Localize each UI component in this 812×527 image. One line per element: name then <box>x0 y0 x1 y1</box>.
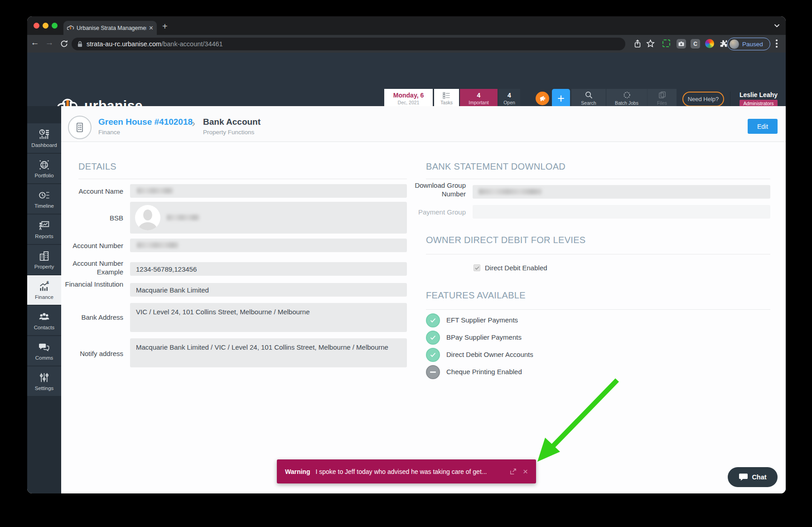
user-role-badge: Administrators <box>740 100 777 107</box>
feature-label: Cheque Printing Enabled <box>446 368 522 376</box>
direct-debit-heading: OWNER DIRECT DEBIT FOR LEVIES <box>426 235 585 245</box>
payment-group-label: Payment Group <box>399 208 466 217</box>
url-path: /bank-account/34461 <box>161 40 222 48</box>
chat-button[interactable]: Chat <box>728 467 778 487</box>
toast-close-icon[interactable]: × <box>523 467 528 477</box>
financial-institution-label: Financial Institution <box>50 280 123 289</box>
profile-paused-button[interactable]: Paused <box>727 38 770 50</box>
feature-enabled-icon <box>426 331 440 345</box>
bsb-label: BSB <box>50 214 123 223</box>
sidebar-label: Reports <box>35 234 53 239</box>
browser-tab-title: Urbanise Strata Management <box>77 25 146 31</box>
features-heading: FEATURES AVAILABLE <box>426 290 526 301</box>
important-counter[interactable]: 4 Important <box>460 89 498 108</box>
property-avatar <box>68 116 92 139</box>
section-divider <box>426 179 770 179</box>
sidebar-item-portfolio[interactable]: Portfolio <box>27 154 61 183</box>
open-count: 4 <box>508 92 511 99</box>
section-divider <box>426 309 770 310</box>
bank-address-value: VIC / Level 24, 101 Collins Street, Melb… <box>136 308 310 316</box>
bookmark-star-icon[interactable] <box>646 39 655 49</box>
colorful-extension-icon[interactable] <box>705 39 714 48</box>
breadcrumb-property-link[interactable]: Green House #4102018 <box>98 117 193 127</box>
batch-jobs-label: Batch Jobs <box>615 100 638 106</box>
search-icon <box>585 91 593 99</box>
toast-expand-button[interactable] <box>510 468 517 475</box>
address-bar[interactable]: strata-au-rc.urbanise.com/bank-account/3… <box>72 38 625 50</box>
download-group-redacted-value <box>478 189 542 195</box>
section-divider <box>426 254 770 254</box>
add-new-button[interactable]: + <box>552 89 570 108</box>
announcements-button[interactable] <box>536 92 549 105</box>
sidebar-item-settings[interactable]: Settings <box>27 366 61 396</box>
finance-chart-icon: $ <box>38 280 50 293</box>
comms-chat-icon <box>38 341 50 353</box>
browser-menu-button[interactable] <box>776 39 778 49</box>
files-icon <box>658 91 666 99</box>
batch-jobs-button[interactable]: Batch Jobs <box>606 89 647 108</box>
screen-select-extension-icon[interactable] <box>662 39 670 47</box>
extensions-puzzle-icon[interactable] <box>719 39 728 48</box>
timeline-clock-icon <box>38 189 50 201</box>
download-group-label: Download Group Number <box>399 181 466 199</box>
browser-window: Urbanise Strata Management × + ← → strat… <box>27 16 786 493</box>
browser-titlebar: Urbanise Strata Management × + <box>27 16 786 35</box>
need-help-button[interactable]: Need Help? <box>682 92 724 107</box>
payment-group-field[interactable] <box>473 205 770 219</box>
page-title-block: Bank Account Property Functions <box>203 117 261 136</box>
bank-address-label: Bank Address <box>50 313 123 322</box>
search-label: Search <box>581 100 596 106</box>
tasks-widget[interactable]: Tasks <box>434 89 459 108</box>
feature-label: Direct Debit Owner Accounts <box>446 351 533 358</box>
direct-debit-checkbox[interactable] <box>474 264 480 271</box>
chat-button-label: Chat <box>752 473 766 481</box>
bank-address-field[interactable]: VIC / Level 24, 101 Collins Street, Melb… <box>130 303 407 332</box>
tab-search-chevron-icon[interactable] <box>774 24 780 28</box>
browser-tab[interactable]: Urbanise Strata Management × <box>63 21 157 35</box>
minimize-window-button[interactable] <box>43 23 48 29</box>
sidebar: Dashboard Portfolio Timeline Reports Pro… <box>27 106 61 493</box>
account-number-label: Account Number <box>50 242 123 250</box>
open-counter[interactable]: 4 Open <box>498 89 520 108</box>
sidebar-item-dashboard[interactable]: Dashboard <box>27 123 61 153</box>
sidebar-item-finance[interactable]: $ Finance <box>27 275 61 305</box>
feature-enabled-icon <box>426 313 440 327</box>
new-tab-button[interactable]: + <box>162 22 168 31</box>
svg-text:$: $ <box>47 280 49 285</box>
close-window-button[interactable] <box>34 23 39 29</box>
header-tools: Search Batch Jobs Files <box>571 89 677 108</box>
feature-disabled-icon <box>426 365 440 379</box>
close-tab-icon[interactable]: × <box>149 24 153 32</box>
files-button[interactable]: Files <box>647 89 677 108</box>
building-icon <box>74 122 86 133</box>
warning-toast[interactable]: Warning I spoke to Jeff today who advise… <box>277 459 536 483</box>
sidebar-label: Finance <box>35 294 53 300</box>
back-button[interactable]: ← <box>29 38 41 48</box>
maximize-window-button[interactable] <box>52 23 58 29</box>
breadcrumb-property-sub: Finance <box>98 129 193 136</box>
reload-button[interactable] <box>60 39 68 48</box>
account-number-example-field[interactable]: 1234-56789,123456 <box>130 262 407 276</box>
c-extension-icon[interactable]: C <box>691 39 700 49</box>
dashboard-icon <box>38 128 50 141</box>
camera-extension-icon[interactable] <box>677 39 686 49</box>
edit-button[interactable]: Edit <box>748 119 778 134</box>
financial-institution-field[interactable]: Macquarie Bank Limited <box>130 283 407 297</box>
notify-address-field[interactable]: Macquarie Bank Limited / VIC / Level 24,… <box>130 338 407 367</box>
open-label: Open <box>503 100 515 105</box>
date-line2: Dec, 2021 <box>398 100 420 105</box>
feature-label: EFT Supplier Payments <box>446 316 518 324</box>
share-icon[interactable] <box>633 39 642 49</box>
user-block[interactable]: Leslie Leahy Administrators <box>733 91 784 107</box>
reports-presentation-icon <box>38 220 50 232</box>
sidebar-label: Contacts <box>34 325 54 330</box>
lock-icon[interactable] <box>77 41 83 48</box>
page-subtitle: Property Functions <box>203 129 261 136</box>
forward-button[interactable]: → <box>44 38 55 48</box>
date-widget[interactable]: Monday, 6 Dec, 2021 <box>384 89 433 108</box>
toast-title: Warning <box>285 468 310 475</box>
bank-avatar <box>135 205 160 230</box>
search-button[interactable]: Search <box>571 89 606 108</box>
header-divider <box>730 92 730 106</box>
feature-label: BPay Supplier Payments <box>446 333 522 341</box>
